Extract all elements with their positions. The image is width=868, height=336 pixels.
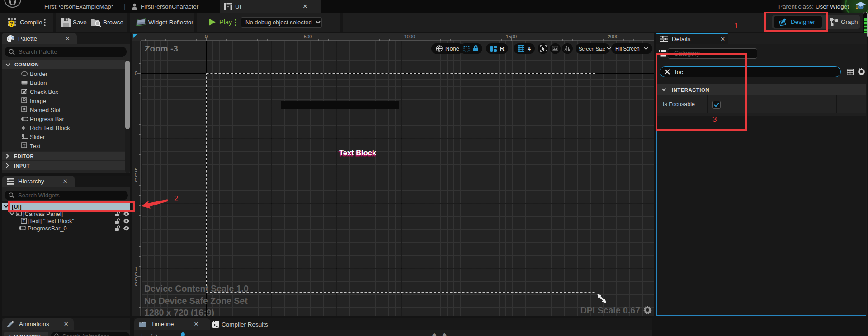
svg-text:?: ?	[10, 21, 13, 27]
svg-text:T: T	[23, 219, 25, 223]
